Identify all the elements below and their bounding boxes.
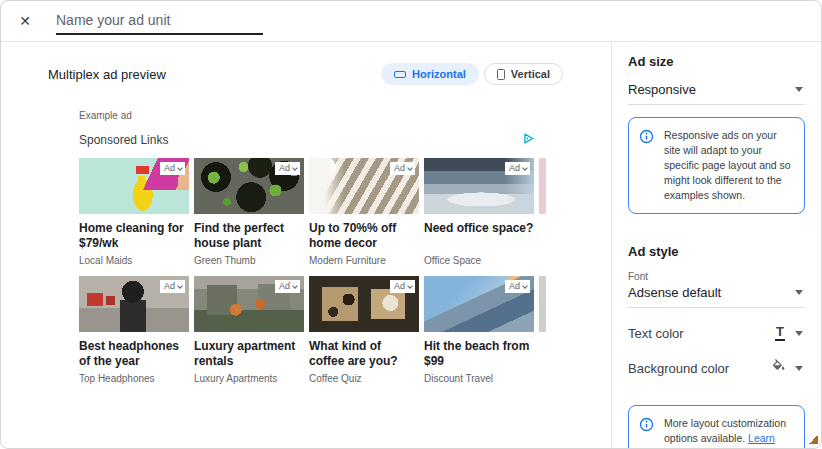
ad-image: Ad — [194, 158, 304, 214]
orientation-toggle: Horizontal Vertical — [381, 63, 563, 85]
example-ad-label: Example ad — [79, 110, 546, 121]
ad-image: Ad — [424, 158, 534, 214]
ad-badge-label: Ad — [394, 280, 405, 293]
chevron-down-icon — [795, 331, 803, 336]
ad-badge-label: Ad — [279, 280, 290, 293]
close-icon[interactable]: ✕ — [17, 13, 33, 29]
text-color-picker[interactable]: T — [775, 326, 803, 341]
ad-card-partial — [539, 158, 546, 266]
ad-image: Ad — [309, 276, 419, 332]
ad-advertiser: Office Space — [424, 255, 534, 266]
ad-card-partial — [539, 276, 546, 384]
ad-title[interactable]: Up to 70%% off home decor — [309, 221, 419, 252]
ad-title[interactable]: Luxury apartment rentals — [194, 339, 304, 370]
ad-badge[interactable]: Ad — [160, 162, 185, 175]
dialog-header: ✕ — [1, 1, 821, 42]
ad-card[interactable]: Ad Find the perfect house plant Green Th… — [194, 158, 304, 266]
sponsored-links-heading: Sponsored Links — [79, 133, 168, 147]
settings-sidebar: Ad size Responsive Responsive ads on you… — [611, 42, 821, 448]
text-color-icon: T — [775, 326, 785, 341]
ad-image: Ad — [194, 276, 304, 332]
ad-image: Ad — [79, 158, 189, 214]
ad-badge[interactable]: Ad — [505, 162, 530, 175]
ad-badge[interactable]: Ad — [505, 280, 530, 293]
orientation-horizontal-label: Horizontal — [412, 68, 466, 80]
orientation-vertical-button[interactable]: Vertical — [484, 63, 563, 85]
ad-preview-pane: Multiplex ad preview Horizontal Vertical… — [1, 42, 611, 448]
ad-size-select[interactable]: Responsive — [628, 82, 805, 105]
chevron-down-icon — [522, 165, 528, 171]
ad-card[interactable]: Ad What kind of coffee are you? Coffee Q… — [309, 276, 419, 384]
ad-advertiser: Luxury Apartments — [194, 373, 304, 384]
font-select[interactable]: Font Adsense default — [628, 271, 805, 308]
background-color-label: Background color — [628, 361, 729, 376]
horizontal-rect-icon — [394, 71, 406, 78]
chevron-down-icon — [292, 165, 298, 171]
ad-badge[interactable]: Ad — [275, 280, 300, 293]
ad-image — [539, 276, 546, 332]
orientation-vertical-label: Vertical — [511, 68, 550, 80]
ad-title[interactable]: What kind of coffee are you? — [309, 339, 419, 370]
ad-image — [539, 158, 546, 214]
ad-title[interactable]: Home cleaning for $79/wk — [79, 221, 189, 252]
ad-badge-label: Ad — [164, 162, 175, 175]
layout-options-info-box: More layout customization options availa… — [628, 405, 805, 448]
chevron-down-icon — [292, 283, 298, 289]
ad-badge-label: Ad — [509, 280, 520, 293]
ad-size-heading: Ad size — [628, 54, 805, 69]
ad-badge[interactable]: Ad — [390, 162, 415, 175]
info-icon — [639, 417, 654, 448]
ad-advertiser: Coffee Quiz — [309, 373, 419, 384]
ad-badge-label: Ad — [279, 162, 290, 175]
chevron-down-icon — [177, 283, 183, 289]
ad-advertiser: Modern Furniture — [309, 255, 419, 266]
ad-card[interactable]: Ad Home cleaning for $79/wk Local Maids — [79, 158, 189, 266]
ad-badge-label: Ad — [509, 162, 520, 175]
chevron-down-icon — [407, 283, 413, 289]
adchoices-icon[interactable] — [522, 131, 535, 149]
ad-title[interactable]: Best headphones of the year — [79, 339, 189, 370]
ad-image: Ad — [424, 276, 534, 332]
create-ad-unit-dialog: ✕ Multiplex ad preview Horizontal Vertic… — [0, 0, 822, 449]
ad-unit-name-input[interactable] — [56, 8, 263, 35]
font-label: Font — [628, 271, 805, 282]
ad-card[interactable]: Ad Best headphones of the year Top Headp… — [79, 276, 189, 384]
ad-badge-label: Ad — [164, 280, 175, 293]
chevron-down-icon — [407, 165, 413, 171]
ad-grid: Ad Home cleaning for $79/wk Local Maids … — [79, 158, 546, 394]
ad-style-heading: Ad style — [628, 244, 805, 259]
ad-badge[interactable]: Ad — [160, 280, 185, 293]
chevron-down-icon — [522, 283, 528, 289]
ad-badge[interactable]: Ad — [275, 162, 300, 175]
ad-badge[interactable]: Ad — [390, 280, 415, 293]
ad-image: Ad — [79, 276, 189, 332]
ad-card[interactable]: Ad Hit the beach from $99 Discount Trave… — [424, 276, 534, 384]
ad-card[interactable]: Ad Need office space? Office Space — [424, 158, 534, 266]
ad-card[interactable]: Ad Up to 70%% off home decor Modern Furn… — [309, 158, 419, 266]
ad-title[interactable]: Hit the beach from $99 — [424, 339, 534, 370]
ad-advertiser: Top Headphones — [79, 373, 189, 384]
chevron-down-icon — [177, 165, 183, 171]
responsive-info-box: Responsive ads on your site will adapt t… — [628, 117, 805, 214]
orientation-horizontal-button[interactable]: Horizontal — [381, 63, 479, 85]
preview-title: Multiplex ad preview — [48, 67, 166, 82]
background-color-picker[interactable] — [771, 359, 803, 377]
info-icon — [639, 129, 654, 203]
ad-title[interactable]: Find the perfect house plant — [194, 221, 304, 252]
text-color-label: Text color — [628, 326, 684, 341]
ad-advertiser: Discount Travel — [424, 373, 534, 384]
paint-bucket-icon — [771, 359, 785, 377]
vertical-rect-icon — [497, 69, 505, 80]
ad-advertiser: Green Thumb — [194, 255, 304, 266]
ad-title[interactable]: Need office space? — [424, 221, 534, 252]
chevron-down-icon — [795, 87, 803, 92]
chevron-down-icon — [795, 366, 803, 371]
ad-size-value: Responsive — [628, 82, 696, 97]
font-value: Adsense default — [628, 285, 721, 300]
ad-image: Ad — [309, 158, 419, 214]
resize-grip-icon[interactable] — [809, 435, 818, 444]
example-ad: Example ad Sponsored Links Ad — [79, 110, 546, 394]
responsive-info-text: Responsive ads on your site will adapt t… — [664, 128, 794, 203]
ad-card[interactable]: Ad Luxury apartment rentals Luxury Apart… — [194, 276, 304, 384]
ad-badge-label: Ad — [394, 162, 405, 175]
